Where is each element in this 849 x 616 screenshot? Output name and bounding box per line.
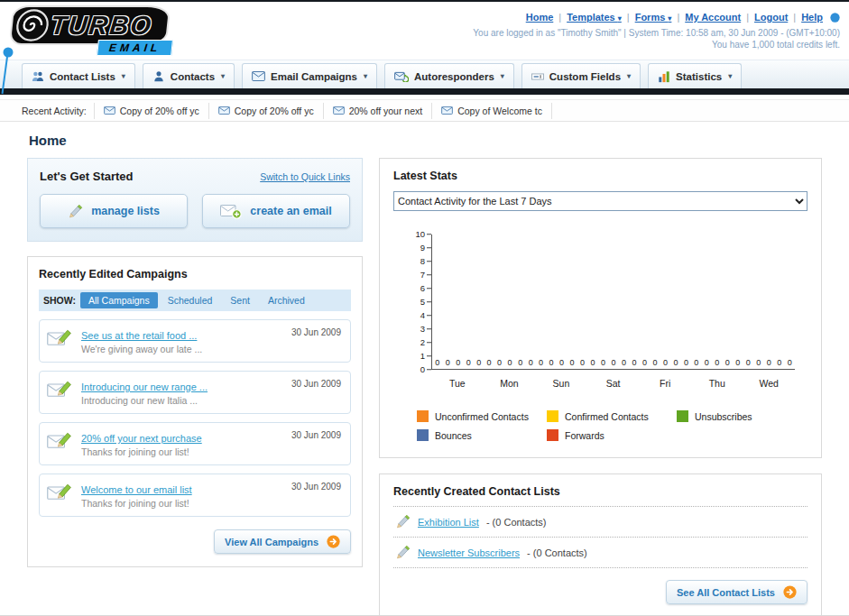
stats-period-select[interactable]: Contact Activity for the Last 7 Days bbox=[393, 191, 807, 211]
top-link-templates[interactable]: Templates ▾ bbox=[567, 12, 622, 23]
chart-plot-wrap: 0 0 0 0 00 0 0 0 00 0 0 0 00 0 0 0 00 0 … bbox=[431, 234, 795, 389]
chevron-down-icon: ▾ bbox=[221, 72, 225, 80]
y-axis-tick: 3 bbox=[420, 325, 431, 334]
campaign-date: 30 Jun 2009 bbox=[291, 379, 341, 389]
switch-quick-links-link[interactable]: Switch to Quick Links bbox=[260, 171, 350, 182]
statistics-icon bbox=[658, 70, 670, 83]
envelope-icon bbox=[333, 106, 345, 115]
tab-email-campaigns[interactable]: Email Campaigns▾ bbox=[242, 63, 377, 88]
chevron-down-icon: ▾ bbox=[501, 72, 504, 80]
activity-item-label: Copy of 20% off yc bbox=[120, 106, 199, 116]
campaign-subtitle: Thanks for joining our list! bbox=[81, 498, 192, 509]
activity-item[interactable]: 20% off your next bbox=[323, 103, 432, 119]
logo-tail-decoration bbox=[0, 45, 18, 101]
stats-panel-title: Latest Stats bbox=[393, 170, 807, 182]
manage-lists-button[interactable]: manage lists bbox=[40, 194, 188, 228]
left-column: Let's Get Started Switch to Quick Links … bbox=[27, 158, 363, 567]
filter-sent[interactable]: Sent bbox=[222, 292, 258, 308]
x-axis-label: Sat bbox=[587, 378, 640, 389]
x-axis-label: Fri bbox=[639, 378, 691, 389]
create-email-button[interactable]: create an email bbox=[202, 194, 350, 228]
tab-contacts[interactable]: Contacts▾ bbox=[143, 63, 235, 88]
tab-contact-lists[interactable]: Contact Lists▾ bbox=[22, 63, 135, 88]
filter-all-campaigns[interactable]: All Campaigns bbox=[80, 292, 158, 308]
app-logo: TURBO EMAIL bbox=[11, 5, 169, 45]
contact-lists-icon bbox=[32, 70, 44, 83]
campaign-row[interactable]: 20% off your next purchaseThanks for joi… bbox=[39, 422, 351, 465]
logo-swirl-icon bbox=[14, 9, 51, 41]
see-all-contact-lists-button[interactable]: See All Contact Lists bbox=[666, 580, 807, 604]
tab-label: Contacts bbox=[171, 71, 215, 82]
tab-autoresponders[interactable]: Autoresponders▾ bbox=[384, 63, 514, 88]
y-axis-tick: 10 bbox=[415, 230, 431, 239]
envelope-icon bbox=[218, 106, 230, 115]
main-nav: Contact Lists▾Contacts▾Email Campaigns▾A… bbox=[0, 60, 849, 88]
create-email-label: create an email bbox=[250, 205, 331, 217]
legend-swatch bbox=[417, 429, 429, 441]
activity-item-label: Copy of Welcome tc bbox=[457, 106, 542, 116]
top-link-my-account[interactable]: My Account bbox=[685, 12, 741, 23]
campaign-title-link[interactable]: 20% off your next purchase bbox=[81, 433, 202, 444]
contact-list-count: - (0 Contacts) bbox=[527, 547, 587, 558]
tab-custom-fields[interactable]: Custom Fields▾ bbox=[521, 63, 641, 88]
bar-value-labels: 0 0 0 0 0 bbox=[432, 358, 484, 367]
top-link-forms[interactable]: Forms ▾ bbox=[635, 12, 672, 23]
envelope-plus-icon bbox=[220, 204, 242, 219]
filter-scheduled[interactable]: Scheduled bbox=[160, 292, 221, 308]
contact-list-row: Newsletter Subscribers- (0 Contacts) bbox=[393, 537, 807, 568]
activity-item[interactable]: Copy of 20% off yc bbox=[94, 103, 208, 119]
campaign-row[interactable]: See us at the retail food ...We're givin… bbox=[39, 319, 351, 363]
campaign-title-link[interactable]: See us at the retail food ... bbox=[81, 330, 197, 341]
contact-list-link[interactable]: Exhibition List bbox=[418, 517, 479, 528]
see-all-contact-lists-label: See All Contact Lists bbox=[677, 587, 775, 598]
envelope-icon bbox=[441, 106, 453, 115]
view-all-campaigns-button[interactable]: View All Campaigns bbox=[214, 529, 351, 554]
chevron-down-icon: ▾ bbox=[122, 72, 125, 80]
y-axis-tick: 5 bbox=[420, 298, 431, 307]
chart-legend: Unconfirmed ContactsConfirmed ContactsUn… bbox=[417, 410, 807, 441]
campaign-text: Introducing our new range ...Introducing… bbox=[81, 378, 208, 406]
campaign-row[interactable]: Introducing our new range ...Introducing… bbox=[39, 371, 351, 414]
help-circle-icon bbox=[830, 13, 840, 23]
recent-campaigns-panel: Recently Edited Campaigns SHOW: All Camp… bbox=[27, 256, 363, 567]
bar-value-labels: 0 0 0 0 0 bbox=[640, 358, 691, 367]
contact-activity-chart: 109876543210 0 0 0 0 00 0 0 0 00 0 0 0 0… bbox=[393, 234, 807, 389]
legend-label: Confirmed Contacts bbox=[565, 411, 649, 422]
tab-label: Autoresponders bbox=[414, 71, 494, 82]
campaign-date: 30 Jun 2009 bbox=[291, 430, 341, 440]
y-axis-tick: 8 bbox=[420, 257, 431, 266]
legend-label: Forwards bbox=[565, 430, 604, 441]
campaign-title-link[interactable]: Introducing our new range ... bbox=[81, 382, 208, 392]
custom-fields-icon bbox=[531, 70, 544, 83]
link-separator: | bbox=[677, 12, 679, 23]
top-link-logout[interactable]: Logout bbox=[754, 12, 788, 23]
envelope-pencil-icon bbox=[47, 430, 73, 450]
legend-item: Forwards bbox=[547, 429, 677, 441]
top-link-home[interactable]: Home bbox=[526, 12, 554, 23]
x-axis-label: Tue bbox=[431, 378, 484, 389]
x-axis-label: Sun bbox=[535, 378, 587, 389]
campaign-title-link[interactable]: Welcome to our email list bbox=[81, 484, 192, 495]
page-title: Home bbox=[29, 133, 849, 148]
campaign-subtitle: Thanks for joining our list! bbox=[81, 446, 202, 457]
campaign-subtitle: We're giving away our late ... bbox=[81, 344, 202, 354]
y-axis-tick: 7 bbox=[420, 271, 431, 280]
filter-archived[interactable]: Archived bbox=[260, 292, 313, 308]
pencil-icon bbox=[395, 545, 411, 560]
chevron-down-icon: ▾ bbox=[728, 72, 732, 80]
y-axis-tick: 0 bbox=[420, 365, 431, 374]
campaign-row[interactable]: Welcome to our email listThanks for join… bbox=[39, 473, 351, 517]
campaign-date: 30 Jun 2009 bbox=[291, 327, 341, 337]
campaign-date: 30 Jun 2009 bbox=[291, 482, 341, 492]
top-link-help[interactable]: Help bbox=[801, 12, 823, 23]
legend-label: Unconfirmed Contacts bbox=[435, 411, 529, 422]
top-links: Home|Templates ▾|Forms ▾|My Account|Logo… bbox=[526, 12, 840, 23]
legend-label: Bounces bbox=[435, 430, 472, 441]
campaign-filters: All CampaignsScheduledSentArchived bbox=[80, 292, 313, 308]
activity-item[interactable]: Copy of 20% off yc bbox=[208, 103, 323, 119]
tab-statistics[interactable]: Statistics▾ bbox=[648, 63, 742, 88]
pencil-icon bbox=[395, 514, 411, 529]
contact-list-link[interactable]: Newsletter Subscribers bbox=[418, 547, 520, 558]
activity-item[interactable]: Copy of Welcome tc bbox=[431, 103, 552, 119]
campaign-text: Welcome to our email listThanks for join… bbox=[81, 481, 192, 509]
